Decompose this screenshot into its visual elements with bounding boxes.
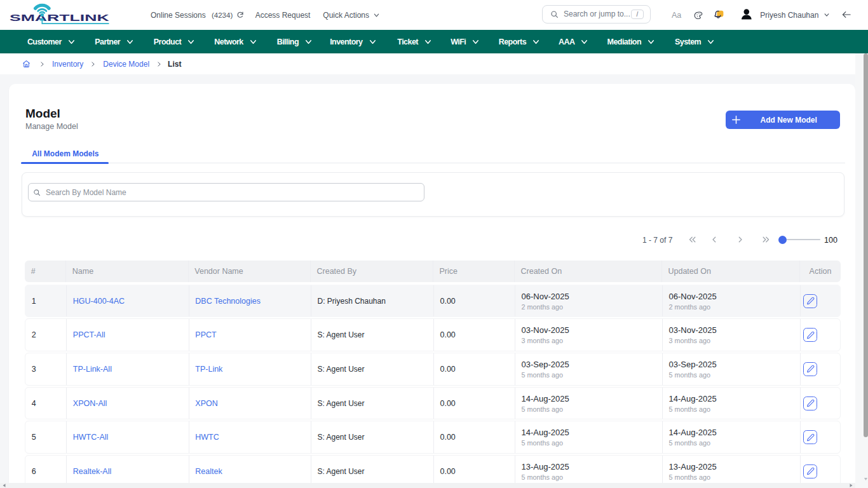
svg-text:SMARTLINK: SMARTLINK xyxy=(10,12,109,23)
